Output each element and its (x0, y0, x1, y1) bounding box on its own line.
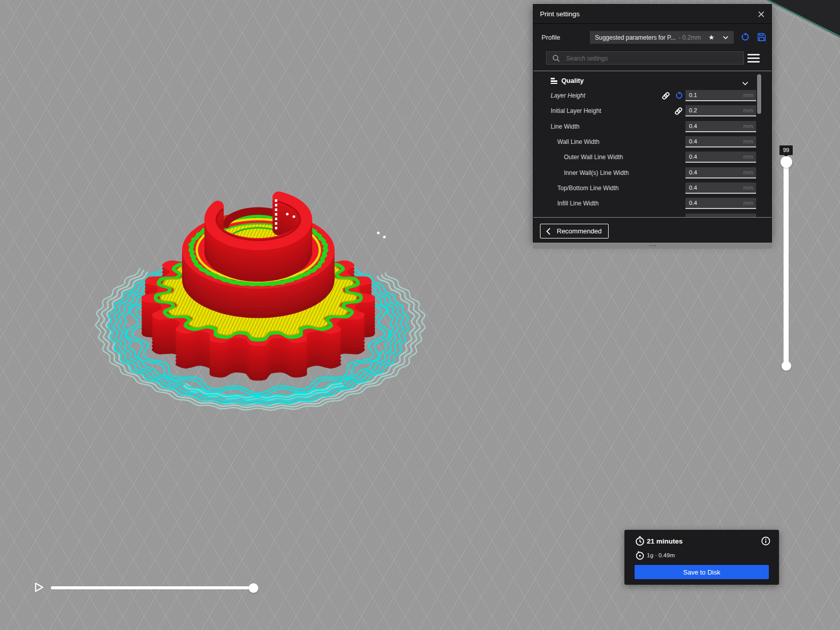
profile-suffix: - 0.2mm (679, 34, 701, 41)
setting-label: Initial Layer Height (551, 105, 601, 116)
setting-label: Infill Line Width (557, 198, 598, 209)
simulation-slider-track[interactable] (51, 586, 258, 589)
setting-row: Line Width 0.4 mm (533, 121, 757, 132)
setting-label: Wall Line Width (557, 136, 599, 147)
link-icon[interactable] (674, 107, 683, 115)
sliced-gear-model[interactable] (141, 198, 385, 381)
play-icon[interactable] (34, 582, 45, 593)
setting-unit: mm (743, 105, 753, 115)
setting-input[interactable]: 0.4 mm (685, 136, 756, 147)
panel-title: Print settings (540, 5, 580, 23)
material-spool-icon (635, 551, 645, 562)
clock-icon (635, 536, 645, 549)
settings-menu-icon[interactable] (747, 54, 760, 63)
setting-row: Initial Layer Height 0.2 mm (533, 105, 757, 116)
drag-dots: ⋯ (649, 243, 656, 248)
star-icon[interactable]: ★ (708, 34, 714, 41)
setting-value: 0.4 (689, 167, 697, 177)
chevron-down-icon[interactable] (742, 79, 748, 88)
close-icon[interactable] (757, 10, 765, 18)
buildplate-corner (763, 0, 840, 39)
setting-input[interactable]: 0.4 mm (685, 198, 756, 209)
setting-unit: mm (743, 167, 753, 177)
setting-row: Top/Bottom Line Width 0.4 mm (533, 183, 757, 194)
revert-profile-icon[interactable] (740, 33, 749, 42)
setting-label: Inner Wall(s) Line Width (564, 167, 629, 178)
setting-input[interactable]: 0.1 mm (685, 90, 756, 101)
setting-input[interactable]: 0.4 mm (685, 152, 756, 163)
setting-unit: mm (743, 90, 753, 100)
layer-slider-lower-handle[interactable] (782, 361, 791, 371)
settings-scroll-area: Quality Layer Height 0.1 mm (533, 71, 771, 218)
setting-label: Top/Bottom Line Width (557, 183, 619, 194)
application-window: Print settings Profile Suggested paramet… (0, 0, 840, 630)
setting-unit: mm (743, 198, 753, 208)
print-time: 21 minutes (647, 536, 683, 547)
setting-unit: mm (743, 152, 753, 162)
chevron-left-icon (546, 228, 551, 235)
search-box (546, 51, 744, 65)
setting-value: 0.4 (689, 198, 697, 208)
setting-row: Infill Line Width 0.4 mm (533, 198, 757, 209)
save-to-disk-button[interactable]: Save to Disk (635, 565, 769, 579)
setting-value: 0.4 (689, 183, 697, 193)
layer-slider-track[interactable] (784, 161, 789, 366)
info-icon[interactable] (761, 536, 771, 548)
layer-slider-upper-handle[interactable] (781, 156, 792, 168)
setting-value: 0.2 (689, 105, 697, 115)
save-to-disk-label: Save to Disk (683, 568, 721, 576)
setting-label: Layer Height (551, 90, 585, 101)
link-icon[interactable] (662, 92, 670, 100)
setting-unit: mm (743, 136, 753, 146)
search-icon (552, 54, 560, 65)
setting-row: Inner Wall(s) Line Width 0.4 mm (533, 167, 757, 178)
material-usage: 1g · 0.49m (647, 551, 675, 560)
chevron-down-icon[interactable] (723, 36, 729, 40)
setting-input[interactable]: 0.4 mm (685, 183, 756, 194)
profile-label: Profile (542, 31, 560, 44)
setting-value: 0.4 (689, 152, 697, 162)
setting-value: 0.4 (689, 136, 697, 146)
setting-input-partial (685, 214, 756, 218)
simulation-slider-handle[interactable] (249, 583, 258, 593)
panel-title-bar: Print settings (533, 5, 771, 24)
search-input[interactable] (565, 52, 740, 65)
print-settings-panel: Print settings Profile Suggested paramet… (533, 4, 772, 243)
profile-value: Suggested parameters for P... (595, 34, 676, 41)
setting-input[interactable]: 0.4 mm (685, 121, 756, 132)
setting-unit: mm (743, 121, 753, 131)
section-title: Quality (561, 75, 584, 87)
setting-row: Wall Line Width 0.4 mm (533, 136, 757, 147)
recommended-button[interactable]: Recommended (540, 224, 609, 238)
recommended-label: Recommended (557, 227, 602, 235)
setting-unit: mm (743, 183, 753, 193)
setting-row: Layer Height 0.1 mm (533, 90, 757, 101)
quality-icon (550, 77, 558, 87)
settings-scrollbar[interactable] (757, 74, 761, 114)
setting-label: Outer Wall Line Width (564, 152, 623, 163)
setting-value: 0.4 (689, 121, 697, 131)
setting-row: Outer Wall Line Width 0.4 mm (533, 152, 757, 163)
setting-row-icons (649, 92, 683, 100)
setting-input[interactable]: 0.4 mm (685, 167, 756, 178)
revert-icon[interactable] (675, 92, 683, 100)
section-quality[interactable]: Quality (533, 75, 757, 87)
setting-row-icons (649, 107, 683, 115)
save-profile-icon[interactable] (757, 33, 766, 42)
layer-number-badge: 99 (779, 145, 793, 155)
profile-dropdown[interactable]: Suggested parameters for P... - 0.2mm ★ (590, 31, 734, 44)
setting-label: Line Width (551, 121, 580, 132)
setting-value: 0.1 (689, 90, 697, 100)
print-job-panel: 21 minutes 1g · 0.49m Save to Disk (624, 530, 779, 585)
setting-input[interactable]: 0.2 mm (685, 105, 756, 116)
panel-resize-handle[interactable]: ⋯ (533, 243, 772, 249)
